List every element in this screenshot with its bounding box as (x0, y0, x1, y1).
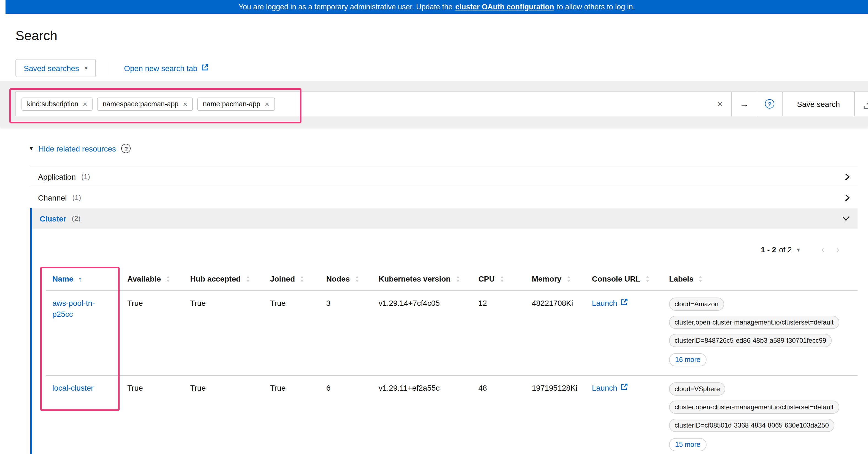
save-search-button[interactable]: Save search (782, 92, 854, 116)
saved-searches-label: Saved searches (24, 64, 79, 72)
temp-admin-banner: You are logged in as a temporary adminis… (5, 0, 868, 14)
labels-more-button[interactable]: 15 more (669, 438, 707, 451)
labels-more-button[interactable]: 16 more (669, 353, 707, 366)
page-header: Search Saved searches ▾ Open new search … (0, 14, 868, 77)
label-pill[interactable]: cluster.open-cluster-management.io/clust… (669, 316, 839, 329)
cluster-results-body: 1 - 2of 2 ▾ ‹ › Name↑ (32, 229, 858, 454)
section-cluster-header[interactable]: Cluster (2) (32, 208, 858, 229)
section-channel[interactable]: Channel (1) (30, 187, 858, 208)
column-header-name[interactable]: Name↑ (46, 267, 121, 291)
launch-console-link[interactable]: Launch (592, 297, 628, 309)
label-pill[interactable]: clusterID=cf08501d-3368-4834-8065-630e10… (669, 419, 834, 432)
label-pill[interactable]: cluster.open-cluster-management.io/clust… (669, 400, 839, 414)
column-header-memory[interactable]: Memory (525, 267, 585, 291)
memory-cell: 48221708Ki (525, 291, 585, 376)
related-resources-toggle-row: ▾ Hide related resources ? (30, 144, 868, 153)
search-help-button[interactable]: ? (757, 92, 782, 116)
available-cell: True (121, 291, 184, 376)
chip-close-icon[interactable]: × (183, 100, 187, 108)
column-header-joined[interactable]: Joined (264, 267, 320, 291)
launch-label: Launch (592, 382, 617, 393)
column-header-available[interactable]: Available (121, 267, 184, 291)
header-toolbar: Saved searches ▾ Open new search tab (16, 59, 852, 77)
search-chip: name:pacman-app × (197, 97, 275, 110)
sort-ascending-icon: ↑ (78, 275, 82, 283)
search-toolbar: kind:subscription × namespace:pacman-app… (0, 81, 868, 127)
section-label: Channel (38, 193, 67, 202)
cluster-name-link[interactable]: aws-pool-tn-p25cc (52, 299, 95, 319)
memory-cell: 197195128Ki (525, 376, 585, 454)
column-label: Console URL (592, 274, 641, 283)
kubernetes-version-cell: v1.29.14+7cf4c05 (372, 291, 472, 376)
column-header-kubernetes-version[interactable]: Kubernetes version (372, 267, 472, 291)
related-help-icon[interactable]: ? (122, 144, 131, 153)
results-accordion: Application (1) Channel (1) Cluster (2) (30, 166, 858, 454)
column-header-nodes[interactable]: Nodes (320, 267, 372, 291)
joined-cell: True (264, 376, 320, 454)
column-label: Nodes (326, 274, 350, 283)
pagination-menu-caret-icon[interactable]: ▾ (797, 247, 800, 253)
section-count: (1) (81, 172, 90, 181)
pagination-prev-button[interactable]: ‹ (815, 245, 831, 255)
caret-down-icon[interactable]: ▾ (30, 145, 33, 152)
column-header-labels[interactable]: Labels (662, 267, 858, 291)
oauth-configuration-link[interactable]: cluster OAuth configuration (455, 3, 554, 11)
pagination-range-bold: 1 - 2 (761, 245, 776, 254)
results-panel: ▾ Hide related resources ? Application (… (0, 127, 868, 454)
open-new-search-tab-link[interactable]: Open new search tab (124, 64, 208, 72)
label-pill[interactable]: clusterID=848726c5-ed86-48b3-a589-f30701… (669, 334, 832, 347)
chip-label: name:pacman-app (203, 100, 260, 108)
search-bar[interactable]: kind:subscription × namespace:pacman-app… (16, 92, 868, 116)
sort-icon (566, 275, 571, 283)
chevron-right-icon (845, 173, 850, 181)
column-label: Name (52, 274, 73, 283)
section-cluster-expanded: Cluster (2) 1 - 2of 2 ▾ ‹ › (30, 208, 858, 454)
sort-icon (456, 275, 460, 283)
section-count: (2) (72, 214, 81, 223)
cpu-cell: 12 (472, 291, 525, 376)
chip-label: namespace:pacman-app (103, 100, 179, 108)
cluster-name-link[interactable]: local-cluster (52, 384, 93, 392)
nodes-cell: 6 (320, 376, 372, 454)
column-header-cpu[interactable]: CPU (472, 267, 525, 291)
cluster-row: aws-pool-tn-p25cc True True True 3 v1.29… (46, 291, 858, 376)
section-label: Cluster (40, 214, 66, 223)
help-icon: ? (765, 99, 774, 108)
vertical-divider (110, 61, 110, 75)
section-application[interactable]: Application (1) (30, 166, 858, 187)
external-link-icon (621, 297, 628, 309)
run-search-button[interactable]: → (732, 92, 757, 116)
caret-down-icon: ▾ (85, 65, 88, 71)
chip-close-icon[interactable]: × (83, 100, 87, 108)
label-pill[interactable]: cloud=VSphere (669, 382, 725, 396)
available-cell: True (121, 376, 184, 454)
column-header-hub-accepted[interactable]: Hub accepted (184, 267, 264, 291)
labels-cell: cloud=VSphere cluster.open-cluster-manag… (662, 376, 858, 454)
search-input[interactable] (279, 99, 709, 109)
pagination-top: 1 - 2of 2 ▾ ‹ › (32, 229, 858, 260)
export-icon[interactable] (855, 92, 868, 116)
clear-search-button[interactable]: × (709, 92, 732, 116)
saved-searches-dropdown[interactable]: Saved searches ▾ (16, 59, 96, 77)
sort-icon (300, 275, 304, 283)
name-cell: aws-pool-tn-p25cc (46, 291, 121, 376)
hide-related-resources-link[interactable]: Hide related resources (38, 144, 116, 153)
hub-accepted-cell: True (184, 376, 264, 454)
column-label: Available (127, 274, 161, 283)
chip-close-icon[interactable]: × (265, 100, 269, 108)
launch-console-link[interactable]: Launch (592, 382, 628, 393)
sort-icon (500, 275, 504, 283)
labels-cell: cloud=Amazon cluster.open-cluster-manage… (662, 291, 858, 376)
external-link-icon (201, 64, 208, 72)
column-label: Memory (532, 274, 561, 283)
banner-text-after: to allow others to log in. (557, 3, 635, 11)
column-header-console-url[interactable]: Console URL (585, 267, 662, 291)
label-pill[interactable]: cloud=Amazon (669, 297, 724, 311)
cpu-cell: 48 (472, 376, 525, 454)
nodes-cell: 3 (320, 291, 372, 376)
pagination-next-button[interactable]: › (830, 245, 845, 255)
open-new-search-tab-label: Open new search tab (124, 64, 197, 72)
column-label: Hub accepted (190, 274, 241, 283)
cluster-row: local-cluster True True True 6 v1.29.11+… (46, 376, 858, 454)
console-url-cell: Launch (585, 291, 662, 376)
